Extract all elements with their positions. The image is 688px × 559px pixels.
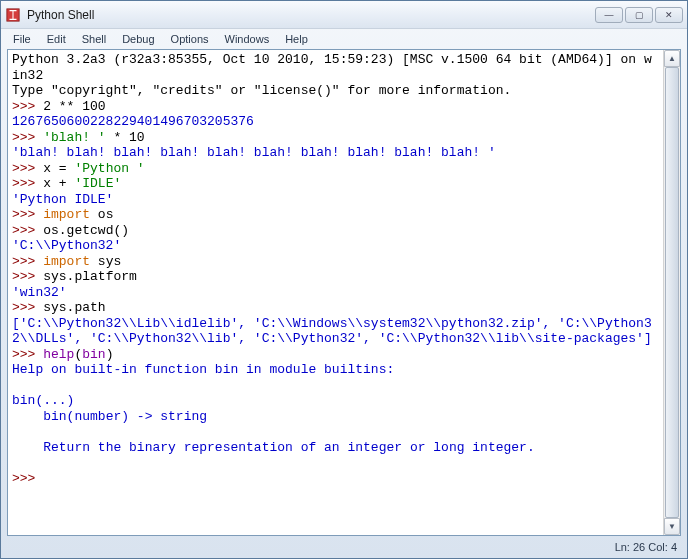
scroll-thumb[interactable] [665,67,679,518]
keyword: import [43,207,90,222]
menu-help[interactable]: Help [277,31,316,47]
maximize-button[interactable]: ▢ [625,7,653,23]
menubar: File Edit Shell Debug Options Windows He… [1,29,687,49]
prompt: >>> [12,130,43,145]
banner-line-2: Type "copyright", "credits" or "license(… [12,83,511,98]
prompt: >>> [12,471,43,486]
builtin: help [43,347,74,362]
shell-text-area[interactable]: Python 3.2a3 (r32a3:85355, Oct 10 2010, … [8,50,663,535]
output-line: bin(...) [12,393,74,408]
prompt: >>> [12,161,43,176]
output-line: 1267650600228229401496703205376 [12,114,254,129]
prompt: >>> [12,99,43,114]
input-cmd: sys.path [43,300,105,315]
prompt: >>> [12,254,43,269]
app-icon [5,7,21,23]
scroll-up-button[interactable]: ▲ [664,50,680,67]
statusbar: Ln: 26 Col: 4 [1,538,687,558]
keyword: import [43,254,90,269]
input-cmd: 2 ** 100 [43,99,105,114]
titlebar[interactable]: Python Shell — ▢ ✕ [1,1,687,29]
cursor-position: Ln: 26 Col: 4 [615,541,677,553]
input-cmd: os [90,207,113,222]
input-cmd: sys [90,254,121,269]
output-line: Help on built-in function bin in module … [12,362,394,377]
window-controls: — ▢ ✕ [595,7,683,23]
string-literal: 'blah! ' [43,130,105,145]
menu-windows[interactable]: Windows [217,31,278,47]
paren: ) [106,347,114,362]
input-cmd: * 10 [106,130,145,145]
input-cmd: sys.platform [43,269,137,284]
menu-debug[interactable]: Debug [114,31,162,47]
prompt: >>> [12,300,43,315]
minimize-button[interactable]: — [595,7,623,23]
string-literal: 'IDLE' [74,176,121,191]
scroll-track[interactable] [664,67,680,518]
prompt: >>> [12,347,43,362]
window-title: Python Shell [27,8,595,22]
output-line: 'Python IDLE' [12,192,113,207]
prompt: >>> [12,223,43,238]
menu-file[interactable]: File [5,31,39,47]
input-cmd: x + [43,176,74,191]
prompt: >>> [12,269,43,284]
output-line: 'C:\\Python32' [12,238,121,253]
output-line: ['C:\\Python32\\Lib\\idlelib', 'C:\\Wind… [12,316,652,347]
prompt: >>> [12,207,43,222]
builtin: bin [82,347,105,362]
menu-edit[interactable]: Edit [39,31,74,47]
vertical-scrollbar[interactable]: ▲ ▼ [663,50,680,535]
close-button[interactable]: ✕ [655,7,683,23]
output-line: 'win32' [12,285,67,300]
editor-frame: Python 3.2a3 (r32a3:85355, Oct 10 2010, … [7,49,681,536]
input-cmd: x = [43,161,74,176]
input-cmd: os.getcwd() [43,223,129,238]
output-line: bin(number) -> string [12,409,207,424]
menu-options[interactable]: Options [163,31,217,47]
app-window: Python Shell — ▢ ✕ File Edit Shell Debug… [0,0,688,559]
menu-shell[interactable]: Shell [74,31,114,47]
output-line: 'blah! blah! blah! blah! blah! blah! bla… [12,145,496,160]
output-line: Return the binary representation of an i… [12,440,535,455]
string-literal: 'Python ' [74,161,144,176]
scroll-down-button[interactable]: ▼ [664,518,680,535]
banner-line-1: Python 3.2a3 (r32a3:85355, Oct 10 2010, … [12,52,652,83]
prompt: >>> [12,176,43,191]
